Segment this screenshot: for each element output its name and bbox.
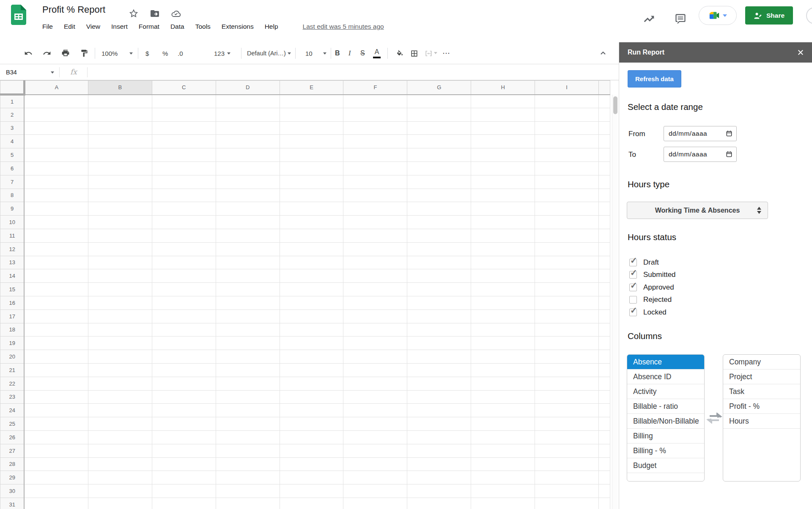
cell[interactable] [152, 498, 216, 509]
cell[interactable] [88, 417, 152, 431]
cell[interactable] [407, 229, 471, 242]
row-header-27[interactable]: 27 [0, 444, 25, 457]
cell[interactable] [471, 283, 535, 296]
row-header-25[interactable]: 25 [0, 417, 25, 431]
cell[interactable] [343, 350, 407, 364]
cell[interactable] [152, 95, 216, 108]
cell[interactable] [280, 121, 343, 135]
cell[interactable] [471, 498, 535, 509]
cell[interactable] [343, 216, 407, 229]
cell[interactable] [471, 135, 535, 148]
cell[interactable] [407, 108, 471, 121]
cell[interactable] [216, 161, 280, 175]
cell[interactable] [88, 337, 152, 350]
cell[interactable] [216, 216, 280, 229]
cell[interactable] [598, 471, 610, 484]
cell[interactable] [152, 135, 216, 148]
cell[interactable] [598, 457, 610, 471]
cell[interactable] [280, 108, 343, 121]
row-header-6[interactable]: 6 [0, 161, 25, 175]
cell[interactable] [24, 229, 88, 242]
cell[interactable] [471, 377, 535, 390]
column-header-i[interactable]: I [535, 81, 599, 95]
cell[interactable] [598, 309, 610, 323]
more-toolbar-button[interactable]: ⋯ [442, 46, 451, 60]
cell[interactable] [216, 363, 280, 377]
cell[interactable] [407, 296, 471, 309]
cell[interactable] [407, 377, 471, 390]
cell[interactable] [280, 363, 343, 377]
cell[interactable] [152, 296, 216, 309]
cell[interactable] [343, 444, 407, 457]
cell[interactable] [216, 256, 280, 269]
italic-button[interactable]: I [348, 46, 351, 60]
cell[interactable] [216, 242, 280, 256]
cell[interactable] [280, 256, 343, 269]
cell[interactable] [535, 444, 599, 457]
cell[interactable] [471, 350, 535, 364]
cell[interactable] [280, 161, 343, 175]
column-option-billing[interactable]: Billing [627, 429, 704, 443]
cell[interactable] [535, 484, 599, 498]
row-header-26[interactable]: 26 [0, 430, 25, 444]
cell[interactable] [24, 377, 88, 390]
cell[interactable] [471, 390, 535, 404]
row-header-22[interactable]: 22 [0, 377, 25, 390]
cell[interactable] [24, 242, 88, 256]
cell[interactable] [407, 283, 471, 296]
selected-columns-listbox[interactable]: CompanyProjectTaskProfit - %Hours [723, 354, 801, 482]
vertical-scrollbar[interactable] [612, 95, 618, 509]
row-header-18[interactable]: 18 [0, 323, 25, 337]
cell[interactable] [216, 148, 280, 162]
cell[interactable] [88, 350, 152, 364]
chevron-down-icon[interactable] [434, 52, 437, 54]
cell[interactable] [24, 323, 88, 337]
cell[interactable] [471, 95, 535, 108]
cell[interactable] [152, 161, 216, 175]
menu-data[interactable]: Data [170, 19, 184, 34]
cell[interactable] [535, 457, 599, 471]
row-header-30[interactable]: 30 [0, 484, 25, 498]
selected-column-task[interactable]: Task [723, 384, 800, 399]
row-header-19[interactable]: 19 [0, 337, 25, 350]
cell[interactable] [24, 135, 88, 148]
cell[interactable] [216, 484, 280, 498]
cell[interactable] [88, 202, 152, 216]
cell[interactable] [88, 216, 152, 229]
cell[interactable] [216, 498, 280, 509]
row-header-14[interactable]: 14 [0, 269, 25, 283]
cell[interactable] [88, 175, 152, 189]
cell[interactable] [535, 216, 599, 229]
cell[interactable] [280, 148, 343, 162]
row-header-15[interactable]: 15 [0, 283, 25, 296]
checkbox-draft-checked[interactable]: ✓ [629, 259, 637, 266]
status-option-approved[interactable]: ✓Approved [629, 281, 676, 294]
cell[interactable] [280, 95, 343, 108]
cell[interactable] [598, 323, 610, 337]
cell[interactable] [407, 350, 471, 364]
cell[interactable] [24, 498, 88, 509]
cell[interactable] [598, 256, 610, 269]
cell[interactable] [280, 309, 343, 323]
row-header-4[interactable]: 4 [0, 135, 25, 148]
cell[interactable] [24, 283, 88, 296]
cell[interactable] [24, 363, 88, 377]
cell[interactable] [471, 242, 535, 256]
cell[interactable] [152, 471, 216, 484]
cell[interactable] [88, 189, 152, 202]
cell[interactable] [471, 444, 535, 457]
cell[interactable] [471, 189, 535, 202]
cell[interactable] [407, 430, 471, 444]
cell[interactable] [598, 121, 610, 135]
cell[interactable] [152, 363, 216, 377]
cell[interactable] [471, 417, 535, 431]
row-header-21[interactable]: 21 [0, 363, 25, 377]
cell[interactable] [88, 161, 152, 175]
cell[interactable] [598, 269, 610, 283]
cell[interactable] [24, 108, 88, 121]
cell[interactable] [471, 323, 535, 337]
meet-button[interactable] [699, 6, 737, 25]
cell[interactable] [24, 457, 88, 471]
checkbox-rejected-unchecked[interactable] [629, 296, 637, 304]
cell[interactable] [88, 323, 152, 337]
